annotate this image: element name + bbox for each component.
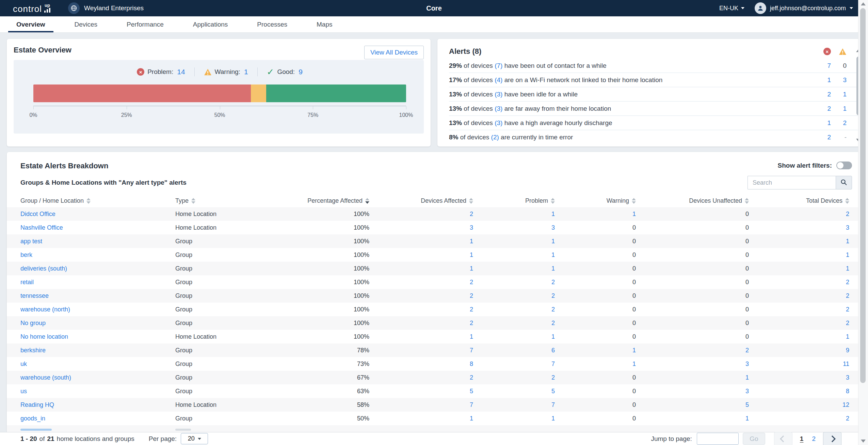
devices-unaffected-cell[interactable]: 1	[636, 415, 749, 422]
total-devices-cell[interactable]: 11	[749, 360, 849, 368]
scroll-up-icon[interactable]	[861, 2, 866, 5]
warning-cell[interactable]: 1	[555, 360, 636, 368]
problem-cell[interactable]: 1	[473, 265, 555, 272]
devices-affected-cell[interactable]: 1	[369, 238, 473, 245]
devices-unaffected-cell[interactable]: 3	[636, 360, 749, 368]
group-home-location-link[interactable]: Didcot Office	[20, 211, 175, 218]
alert-warning-count[interactable]: 3	[831, 76, 847, 84]
alert-device-count-link[interactable]: (4)	[495, 76, 502, 83]
warning-cell[interactable]: 1	[555, 211, 636, 218]
group-home-location-link[interactable]: app test	[20, 238, 175, 245]
alert-problem-count[interactable]: 1	[815, 76, 831, 84]
alert-problem-count[interactable]: 2	[815, 91, 831, 98]
org-selector[interactable]: Weyland Enterprises	[68, 2, 144, 14]
alert-device-count-link[interactable]: (3)	[495, 105, 502, 112]
devices-affected-cell[interactable]: 1	[369, 333, 473, 340]
col-header-percentage-affected[interactable]: Percentage Affected	[257, 197, 369, 204]
problem-cell[interactable]: 3	[473, 224, 555, 231]
group-home-location-link[interactable]: Reading HQ	[20, 401, 175, 409]
alert-filters-toggle[interactable]	[836, 162, 852, 169]
group-home-location-link[interactable]: tennessee	[20, 292, 175, 300]
alert-device-count-link[interactable]: (2)	[491, 134, 499, 141]
page-2[interactable]: 2	[812, 435, 816, 443]
total-devices-cell[interactable]: 2	[749, 415, 849, 422]
group-home-location-link[interactable]: warehouse (north)	[20, 306, 175, 313]
problem-cell[interactable]: 5	[473, 388, 555, 395]
user-menu[interactable]: jeff.johnson@controlup.com	[755, 2, 853, 14]
total-devices-cell[interactable]: 2	[749, 292, 849, 300]
devices-affected-cell[interactable]: 2	[369, 292, 473, 300]
alert-problem-count[interactable]: 2	[815, 134, 831, 141]
tab-applications[interactable]: Applications	[185, 16, 236, 32]
total-devices-cell[interactable]: 3	[749, 224, 849, 231]
group-home-location-link[interactable]: us	[20, 388, 175, 395]
tab-processes[interactable]: Processes	[249, 16, 295, 32]
total-devices-cell[interactable]: 3	[749, 374, 849, 381]
legend-value-good[interactable]: 9	[299, 68, 303, 76]
locale-dropdown[interactable]: EN-UK	[719, 5, 744, 12]
devices-unaffected-cell[interactable]: 3	[636, 388, 749, 395]
alert-device-count-link[interactable]: (3)	[495, 91, 502, 98]
bar-segment-problem[interactable]	[33, 85, 251, 102]
devices-affected-cell[interactable]: 1	[369, 415, 473, 422]
jump-to-page-input[interactable]	[697, 433, 739, 445]
alert-warning-count[interactable]: 2	[831, 119, 847, 127]
total-devices-cell[interactable]: 1	[749, 265, 849, 272]
alert-problem-count[interactable]: 2	[815, 105, 831, 112]
problem-cell[interactable]: 2	[473, 306, 555, 313]
total-devices-cell[interactable]: 9	[749, 347, 849, 354]
per-page-select[interactable]: 20	[181, 433, 208, 444]
alert-device-count-link[interactable]: (7)	[495, 62, 502, 69]
problem-cell[interactable]: 2	[473, 374, 555, 381]
alert-problem-count[interactable]: 1	[815, 119, 831, 127]
total-devices-cell[interactable]: 2	[749, 279, 849, 286]
problem-cell[interactable]: 1	[473, 238, 555, 245]
group-home-location-link[interactable]: berk	[20, 251, 175, 259]
total-devices-cell[interactable]: 1	[749, 251, 849, 259]
col-header-type[interactable]: Type	[175, 197, 257, 204]
go-button[interactable]: Go	[743, 433, 765, 445]
total-devices-cell[interactable]: 8	[749, 388, 849, 395]
previous-page-button[interactable]	[774, 432, 792, 445]
devices-affected-cell[interactable]: 1	[369, 251, 473, 259]
group-home-location-link[interactable]: uk	[20, 360, 175, 368]
devices-unaffected-cell[interactable]: 2	[636, 347, 749, 354]
col-header-total-devices[interactable]: Total Devices	[749, 197, 849, 204]
devices-affected-cell[interactable]: 2	[369, 374, 473, 381]
total-devices-cell[interactable]: 1	[749, 333, 849, 340]
scroll-down-icon[interactable]	[861, 440, 866, 443]
page-1[interactable]: 1	[800, 435, 804, 443]
col-header-problem[interactable]: Problem	[473, 197, 555, 204]
group-home-location-link[interactable]: retail	[20, 279, 175, 286]
problem-cell[interactable]: 1	[473, 333, 555, 340]
total-devices-cell[interactable]: 2	[749, 306, 849, 313]
group-home-location-link[interactable]: berkshire	[20, 347, 175, 354]
tab-overview[interactable]: Overview	[8, 16, 53, 32]
col-header-group-home-location[interactable]: Group / Home Location	[20, 197, 175, 204]
devices-affected-cell[interactable]: 2	[369, 320, 473, 327]
problem-cell[interactable]: 2	[473, 279, 555, 286]
search-button[interactable]	[836, 176, 852, 189]
total-devices-cell[interactable]: 2	[749, 211, 849, 218]
page-scrollbar[interactable]	[858, 0, 868, 445]
page-scrollbar-thumb[interactable]	[860, 8, 866, 383]
problem-cell[interactable]: 1	[473, 211, 555, 218]
group-home-location-link[interactable]: Nashville Office	[20, 224, 175, 231]
problem-cell[interactable]: 1	[473, 251, 555, 259]
bar-segment-warning[interactable]	[251, 85, 267, 102]
controlup-logo[interactable]: control up	[13, 4, 50, 13]
problem-cell[interactable]: 7	[473, 401, 555, 409]
warning-cell[interactable]: 1	[555, 347, 636, 354]
problem-cell[interactable]: 1	[473, 415, 555, 422]
devices-affected-cell[interactable]: 2	[369, 306, 473, 313]
devices-affected-cell[interactable]: 5	[369, 388, 473, 395]
group-home-location-link[interactable]: deliveries (south)	[20, 265, 175, 272]
devices-affected-cell[interactable]: 7	[369, 401, 473, 409]
devices-affected-cell[interactable]: 2	[369, 279, 473, 286]
total-devices-cell[interactable]: 1	[749, 238, 849, 245]
col-header-devices-unaffected[interactable]: Devices Unaffected	[636, 197, 749, 204]
total-devices-cell[interactable]: 12	[749, 401, 849, 409]
group-home-location-link[interactable]: No group	[20, 320, 175, 327]
group-home-location-link[interactable]: warehouse (south)	[20, 374, 175, 381]
problem-cell[interactable]: 7	[473, 360, 555, 368]
